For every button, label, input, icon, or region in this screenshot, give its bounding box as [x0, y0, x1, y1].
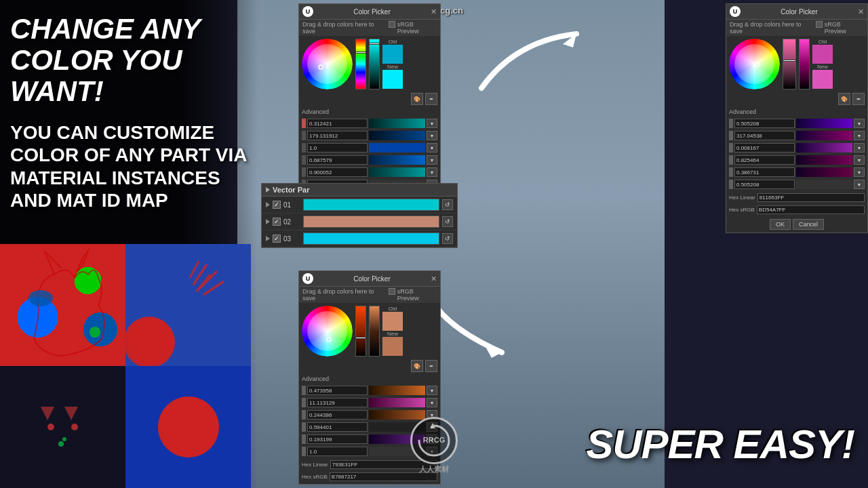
cp3-hue-slider[interactable] — [355, 306, 366, 357]
cp3-eyedrop-btn[interactable]: ✒ — [425, 360, 437, 372]
cp1-g-input[interactable] — [307, 131, 368, 140]
cp1-b-input[interactable] — [307, 143, 368, 152]
cp2-hue-slider[interactable] — [783, 39, 796, 89]
cp2-f-input[interactable] — [734, 180, 795, 189]
cp2-b-bar[interactable] — [796, 143, 852, 152]
cp2-cancel-btn[interactable]: Cancel — [793, 219, 824, 230]
cp3-value-slider[interactable] — [369, 306, 380, 357]
red-circle — [158, 396, 219, 458]
cp2-a-bar[interactable] — [796, 155, 852, 165]
vp-expand-icon[interactable] — [266, 187, 270, 192]
cp2-f-btn[interactable]: ▼ — [854, 180, 865, 189]
vp-row2-play[interactable] — [266, 219, 270, 224]
cp1-srgb-checkbox[interactable] — [389, 21, 395, 28]
cp2-close-btn[interactable]: ✕ — [858, 7, 864, 16]
vp-row1-play[interactable] — [266, 202, 270, 207]
cp3-picker-btn[interactable]: 🎨 — [411, 360, 423, 372]
cp3-g-input[interactable] — [307, 398, 368, 407]
cp3-hex-srgb-label: Hex sRGB — [302, 474, 328, 480]
cp3-r-input[interactable] — [307, 386, 368, 395]
vp-row-01: ✓ 01 ↺ — [262, 197, 457, 214]
cp3-srgb-checkbox[interactable] — [389, 288, 395, 295]
cp3-field-r: ▼ — [302, 386, 437, 395]
cp3-close-btn[interactable]: ✕ — [431, 274, 437, 283]
cp1-value-handle — [369, 43, 380, 45]
cp2-g-bar[interactable] — [796, 131, 852, 140]
cp2-r-input[interactable] — [734, 119, 795, 128]
cp3-r-btn[interactable]: ▼ — [427, 386, 437, 395]
cp2-old-label: Old — [812, 39, 833, 45]
cp3-r-bar[interactable] — [369, 386, 425, 395]
cp2-picker-btn[interactable]: 🎨 — [838, 93, 850, 105]
cp2-a-btn[interactable]: ▼ — [854, 155, 865, 165]
vp-row3-reset[interactable]: ↺ — [442, 233, 453, 244]
cp1-close-btn[interactable]: ✕ — [431, 7, 437, 16]
cp2-r-bar[interactable] — [796, 119, 852, 128]
vp-row3-color[interactable] — [303, 232, 439, 245]
cp2-eyedrop-btn[interactable]: ✒ — [852, 93, 865, 105]
cp2-hex-linear: Hex Linear 811663FF — [729, 193, 865, 202]
vp-row3-checkbox[interactable]: ✓ — [273, 235, 281, 243]
cp2-g-btn[interactable]: ▼ — [854, 131, 865, 140]
cp3-f-ind — [302, 447, 306, 456]
cp1-e-btn[interactable]: ▼ — [427, 167, 437, 177]
vp-row2-color[interactable] — [303, 216, 439, 228]
cp3-b-input[interactable] — [307, 410, 368, 420]
cp2-b-btn[interactable]: ▼ — [854, 143, 865, 152]
cp1-a-btn[interactable]: ▼ — [427, 155, 437, 165]
cp3-f-input[interactable] — [307, 447, 368, 456]
vp-row1-reset[interactable]: ↺ — [442, 199, 453, 210]
cp2-g-input[interactable] — [734, 131, 795, 140]
vp-row2-reset[interactable]: ↺ — [442, 216, 453, 227]
cp1-picker-btn[interactable]: 🎨 — [411, 93, 423, 105]
cp2-color-wheel[interactable] — [729, 39, 780, 89]
cp1-r-input[interactable] — [307, 119, 368, 128]
cp2-hex-srgb-input[interactable]: BD54A7FF — [757, 205, 865, 214]
cp1-color-wheel[interactable] — [302, 39, 353, 89]
cp3-e-ind — [302, 434, 306, 444]
cp2-ok-btn[interactable]: OK — [770, 219, 791, 230]
vp-row2-checkbox[interactable]: ✓ — [273, 218, 281, 226]
cp1-new-color — [382, 70, 403, 89]
cp2-hex-linear-input[interactable]: 811663FF — [757, 193, 865, 202]
cp2-value-slider[interactable] — [799, 39, 810, 89]
cp1-g-btn[interactable]: ▼ — [427, 131, 437, 140]
cp2-f-bar[interactable] — [796, 180, 852, 189]
cp2-a-input[interactable] — [734, 155, 795, 165]
vp-row1-checkbox[interactable]: ✓ — [273, 201, 281, 209]
cp2-e-btn[interactable]: ▼ — [854, 167, 865, 177]
cp1-eyedrop-btn[interactable]: ✒ — [425, 93, 437, 105]
cp1-r-btn[interactable]: ▼ — [427, 119, 437, 128]
color-picker-2: U Color Picker ✕ Drag & drop colors here… — [726, 3, 868, 233]
cp1-old-color — [382, 45, 403, 64]
vp-row1-label: 01 — [283, 201, 300, 209]
cp1-e-input[interactable] — [307, 167, 368, 177]
cp1-e-indicator — [302, 167, 306, 177]
cp3-e-input[interactable] — [307, 434, 368, 444]
cp1-e-bar[interactable] — [369, 167, 425, 177]
cp1-a-bar[interactable] — [369, 155, 425, 165]
cp2-field-g: ▼ — [729, 131, 865, 140]
cp1-hue-slider[interactable] — [355, 39, 366, 89]
cp1-b-btn[interactable]: ▼ — [427, 143, 437, 152]
cp2-srgb-checkbox[interactable] — [816, 21, 823, 28]
cp1-a-input[interactable] — [307, 155, 368, 165]
cp3-hue-handle — [355, 337, 366, 339]
vp-row1-color[interactable] — [303, 199, 439, 211]
cp2-drag-bar: Drag & drop colors here to save sRGB Pre… — [726, 20, 867, 36]
svg-point-5 — [58, 441, 64, 447]
cp2-hex-linear-label: Hex Linear — [729, 195, 755, 201]
cp3-a-input[interactable] — [307, 422, 368, 432]
cp1-r-bar[interactable] — [369, 119, 425, 128]
cp3-g-btn[interactable]: ▼ — [427, 398, 437, 407]
cp3-g-bar[interactable] — [369, 398, 425, 407]
cp2-b-input[interactable] — [734, 143, 795, 152]
cp1-b-bar[interactable] — [369, 143, 425, 152]
cp3-color-wheel[interactable] — [302, 306, 353, 357]
vp-row3-play[interactable] — [266, 236, 270, 241]
cp1-value-slider[interactable] — [369, 39, 380, 89]
cp2-e-input[interactable] — [734, 167, 795, 177]
cp2-e-bar[interactable] — [796, 167, 852, 177]
cp1-g-bar[interactable] — [369, 131, 425, 140]
cp2-r-btn[interactable]: ▼ — [854, 119, 865, 128]
